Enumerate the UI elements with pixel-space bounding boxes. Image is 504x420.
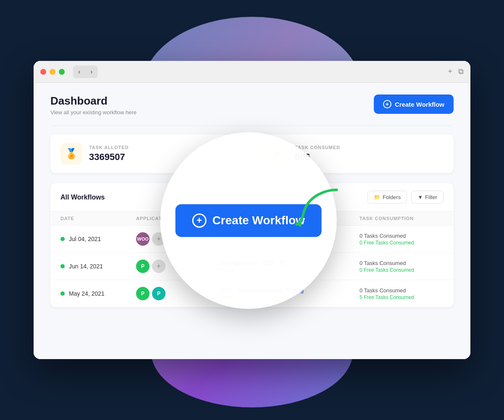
folders-button[interactable]: 📁 Folders <box>368 191 407 204</box>
workflow-folder-3: Home <box>220 294 360 300</box>
plus-icon: + <box>383 100 391 108</box>
date-cell-1: Jul 04, 2021 <box>60 236 136 242</box>
big-plus-icon: + <box>192 213 206 228</box>
app-icons-2: P + <box>136 260 220 273</box>
nav-buttons: ‹ › <box>73 66 98 78</box>
date-1: Jul 04, 2021 <box>69 236 101 242</box>
stat-icon-wrap-consumed: ⚡ <box>266 143 288 165</box>
status-dot-3 <box>60 291 65 296</box>
workflow-name-cell-3: PSB - Subscription Data Testing Home <box>220 287 360 300</box>
app-icons-3: P P <box>136 287 220 300</box>
folders-label: Folders <box>383 194 401 200</box>
create-workflow-label: Create Workflow <box>395 101 444 108</box>
task-consumption-2: 0 Tasks Consumed 0 Free Tasks Consumed <box>360 260 444 273</box>
date-cell-3: May 24, 2021 <box>60 290 136 297</box>
create-workflow-button[interactable]: + Create Workflow <box>374 94 454 114</box>
workflow-name-cell-2: Go High Level - PSB - PC Home <box>220 260 360 273</box>
date-2: Jun 14, 2021 <box>69 263 103 270</box>
back-button[interactable]: ‹ <box>73 66 85 78</box>
stat-value-alloted: 3369507 <box>89 152 129 163</box>
page-header: Dashboard View all your existing workflo… <box>50 94 454 116</box>
divider <box>50 126 454 126</box>
tasks-consumed-1: 0 Tasks Consumed <box>360 233 444 239</box>
browser-chrome: ‹ › + ⧉ <box>34 61 470 83</box>
filter-label: Filter <box>425 194 437 200</box>
stat-info-consumed: TASK CONSUMED 006 <box>295 145 340 163</box>
minimize-button[interactable] <box>50 69 55 75</box>
page-title: Dashboard <box>50 94 136 108</box>
stat-card-alloted: 🏅 TASK ALLOTED 3369507 <box>50 134 248 173</box>
filter-icon: ▼ <box>417 194 423 200</box>
workflow-name-3[interactable]: PSB - Subscription Data Testing <box>220 287 360 294</box>
workflow-folder-2: Home <box>220 267 360 273</box>
task-consumption-1: 0 Tasks Consumed 0 Free Tasks Consumed <box>360 233 444 246</box>
stat-label-consumed: TASK CONSUMED <box>295 145 340 150</box>
free-tasks-1: 0 Free Tasks Consumed <box>360 240 444 246</box>
workflows-title: All Workflows <box>60 194 105 201</box>
table-row: May 24, 2021 P P PSB - Subscription Data… <box>50 280 454 307</box>
date-cell-2: Jun 14, 2021 <box>60 263 136 270</box>
app-icon-plus-2: + <box>152 260 165 273</box>
workflow-folder-1: Home <box>220 236 360 242</box>
app-icon-green-3: P <box>136 287 150 300</box>
page-subtitle: View all your existing workflow here <box>50 109 136 116</box>
free-tasks-2: 0 Free Tasks Consumed <box>360 267 444 273</box>
traffic-lights <box>40 69 65 75</box>
status-dot-2 <box>60 264 65 268</box>
filter-button[interactable]: ▼ Filter <box>411 191 444 204</box>
stat-value-consumed: 006 <box>295 152 340 163</box>
col-task-consumption: TASK CONSUMPTION <box>360 216 444 221</box>
workflow-name-2[interactable]: Go High Level - PSB - PC <box>220 260 360 266</box>
date-3: May 24, 2021 <box>69 290 105 297</box>
new-tab-icon[interactable]: + <box>448 67 452 76</box>
app-icon-woo-1: WOO <box>136 232 150 246</box>
task-consumption-3: 0 Tasks Consumed 5 Free Tasks Consumed <box>360 287 444 300</box>
app-icon-teal-3: P <box>152 287 165 300</box>
status-dot-1 <box>60 237 65 241</box>
stat-info-alloted: TASK ALLOTED 3369507 <box>89 145 129 163</box>
table-row: Jun 14, 2021 P + Go High Level - PSB - P… <box>50 253 454 280</box>
consumed-icon: ⚡ <box>271 148 284 160</box>
tasks-consumed-3: 0 Tasks Consumed <box>360 287 444 294</box>
stats-row: 🏅 TASK ALLOTED 3369507 ⚡ TASK CONSUMED 0… <box>50 134 454 173</box>
big-create-label: Create Workflow <box>212 214 304 227</box>
close-button[interactable] <box>40 69 46 75</box>
free-tasks-3: 5 Free Tasks Consumed <box>360 294 444 300</box>
copy-icon[interactable]: ⧉ <box>458 67 464 76</box>
folder-icon: 📁 <box>374 194 381 200</box>
tasks-consumed-2: 0 Tasks Consumed <box>360 260 444 266</box>
big-create-workflow-button[interactable]: + Create Workflow <box>175 204 321 237</box>
app-icon-plus-1: + <box>152 232 165 246</box>
forward-button[interactable]: › <box>85 66 97 78</box>
chrome-actions: + ⧉ <box>448 67 464 76</box>
stat-card-consumed: ⚡ TASK CONSUMED 006 <box>256 134 454 173</box>
app-icon-green-2: P <box>136 260 150 273</box>
title-group: Dashboard View all your existing workflo… <box>50 94 136 116</box>
stat-label-alloted: TASK ALLOTED <box>89 145 129 150</box>
alloted-icon: 🏅 <box>65 148 78 160</box>
workflows-actions: 📁 Folders ▼ Filter <box>368 191 444 204</box>
stat-icon-wrap-alloted: 🏅 <box>60 143 82 165</box>
workflows-section: All Workflows 📁 Folders ▼ Filter DATE AP… <box>50 183 454 307</box>
col-date: DATE <box>60 216 136 221</box>
fullscreen-button[interactable] <box>59 69 65 75</box>
